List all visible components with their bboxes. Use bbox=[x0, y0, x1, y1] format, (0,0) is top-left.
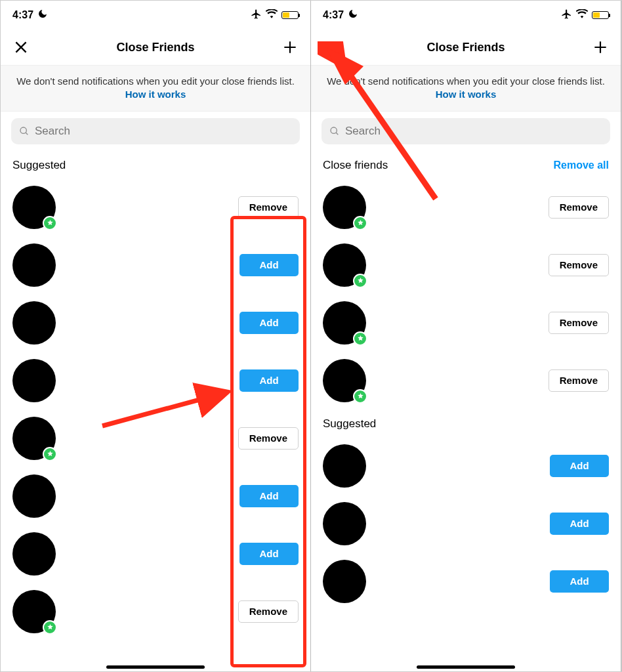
remove-friend-button[interactable]: Remove bbox=[549, 312, 609, 334]
avatar-image bbox=[12, 532, 56, 576]
add-friend-button[interactable]: Add bbox=[239, 312, 299, 334]
avatar[interactable] bbox=[323, 502, 366, 545]
right-pane: 4:37 Close Friends We don't send notific… bbox=[311, 1, 621, 672]
avatar[interactable] bbox=[12, 474, 56, 518]
section-header-suggested: Suggested bbox=[311, 410, 621, 437]
wifi-icon bbox=[266, 9, 278, 21]
list-item: Remove bbox=[12, 583, 299, 640]
status-bar: 4:37 bbox=[1, 1, 310, 30]
close-friend-star-icon bbox=[43, 620, 57, 635]
do-not-disturb-icon bbox=[348, 9, 358, 22]
list-item: Remove bbox=[12, 410, 299, 467]
add-friend-button[interactable]: Add bbox=[239, 254, 299, 276]
status-bar: 4:37 bbox=[311, 1, 621, 30]
avatar[interactable] bbox=[323, 243, 366, 287]
avatar[interactable] bbox=[323, 359, 366, 402]
page-title: Close Friends bbox=[341, 41, 591, 54]
battery-icon bbox=[592, 11, 609, 19]
how-it-works-link[interactable]: How it works bbox=[436, 89, 497, 100]
close-button[interactable] bbox=[321, 37, 341, 57]
avatar-image bbox=[12, 243, 56, 287]
avatar[interactable] bbox=[323, 301, 366, 345]
add-button[interactable] bbox=[280, 37, 300, 57]
notice-text: We don't send notifications when you edi… bbox=[327, 75, 605, 87]
avatar-image bbox=[323, 560, 366, 603]
remove-friend-button[interactable]: Remove bbox=[238, 600, 299, 623]
avatar[interactable] bbox=[323, 186, 366, 229]
avatar-image bbox=[12, 301, 56, 345]
notice-banner: We don't send notifications when you edi… bbox=[311, 65, 621, 112]
add-button[interactable] bbox=[591, 37, 610, 57]
avatar-image bbox=[323, 444, 366, 488]
notice-text: We don't send notifications when you edi… bbox=[16, 75, 295, 87]
close-friend-star-icon bbox=[353, 389, 367, 404]
section-header-close-friends: Close friends Remove all bbox=[311, 151, 621, 178]
search-icon bbox=[19, 126, 30, 136]
do-not-disturb-icon bbox=[37, 9, 48, 22]
list-item: Remove bbox=[12, 178, 299, 236]
close-friend-star-icon bbox=[43, 447, 57, 461]
search-field[interactable] bbox=[11, 118, 300, 144]
avatar[interactable] bbox=[12, 186, 56, 229]
add-friend-button[interactable]: Add bbox=[550, 455, 609, 477]
left-pane: 4:37 Close Friends We don't send notific… bbox=[1, 1, 311, 672]
close-friend-star-icon bbox=[43, 216, 57, 230]
remove-friend-button[interactable]: Remove bbox=[238, 427, 299, 450]
search-input[interactable] bbox=[35, 125, 292, 138]
list-item: Add bbox=[323, 495, 609, 553]
search-field[interactable] bbox=[321, 118, 610, 144]
avatar[interactable] bbox=[12, 417, 56, 460]
battery-icon bbox=[281, 11, 299, 19]
remove-friend-button[interactable]: Remove bbox=[549, 369, 609, 392]
avatar-image bbox=[12, 359, 56, 402]
suggested-list: AddAddAdd bbox=[311, 437, 621, 610]
close-button[interactable] bbox=[11, 37, 31, 57]
svg-point-2 bbox=[331, 127, 337, 133]
airplane-mode-icon bbox=[561, 9, 572, 22]
avatar[interactable] bbox=[323, 560, 366, 603]
avatar[interactable] bbox=[12, 590, 56, 633]
add-friend-button[interactable]: Add bbox=[550, 513, 609, 535]
add-friend-button[interactable]: Add bbox=[550, 570, 609, 593]
list-item: Add bbox=[12, 294, 299, 352]
search-icon bbox=[329, 126, 340, 136]
remove-friend-button[interactable]: Remove bbox=[238, 196, 299, 219]
section-title: Suggested bbox=[12, 159, 66, 172]
home-indicator bbox=[417, 665, 515, 669]
nav-bar: Close Friends bbox=[311, 30, 621, 65]
search-input[interactable] bbox=[345, 125, 602, 138]
remove-all-link[interactable]: Remove all bbox=[554, 159, 609, 171]
add-friend-button[interactable]: Add bbox=[239, 369, 299, 392]
search-container bbox=[311, 112, 621, 151]
remove-friend-button[interactable]: Remove bbox=[549, 196, 609, 219]
avatar-image bbox=[323, 502, 366, 545]
status-left: 4:37 bbox=[12, 9, 48, 22]
avatar[interactable] bbox=[12, 532, 56, 576]
notice-banner: We don't send notifications when you edi… bbox=[1, 65, 310, 112]
section-title: Close friends bbox=[323, 159, 388, 172]
list-item: Add bbox=[12, 352, 299, 410]
remove-friend-button[interactable]: Remove bbox=[549, 254, 609, 276]
how-it-works-link[interactable]: How it works bbox=[125, 89, 186, 100]
avatar[interactable] bbox=[12, 301, 56, 345]
section-title: Suggested bbox=[323, 417, 376, 430]
avatar[interactable] bbox=[323, 444, 366, 488]
list-item: Remove bbox=[323, 178, 609, 236]
list-item: Remove bbox=[323, 352, 609, 410]
status-right bbox=[251, 9, 299, 22]
airplane-mode-icon bbox=[251, 9, 262, 22]
close-friend-star-icon bbox=[353, 274, 367, 288]
status-time: 4:37 bbox=[323, 9, 344, 21]
list-item: Add bbox=[12, 467, 299, 525]
add-friend-button[interactable]: Add bbox=[239, 543, 299, 565]
list-item: Add bbox=[323, 553, 609, 610]
list-item: Remove bbox=[323, 236, 609, 294]
nav-bar: Close Friends bbox=[1, 30, 310, 65]
avatar-image bbox=[12, 474, 56, 518]
add-friend-button[interactable]: Add bbox=[239, 485, 299, 507]
close-friend-star-icon bbox=[353, 216, 367, 230]
avatar[interactable] bbox=[12, 359, 56, 402]
avatar[interactable] bbox=[12, 243, 56, 287]
close-friend-star-icon bbox=[353, 331, 367, 346]
suggested-list: RemoveAddAddAddRemoveAddAddRemove bbox=[1, 178, 310, 640]
